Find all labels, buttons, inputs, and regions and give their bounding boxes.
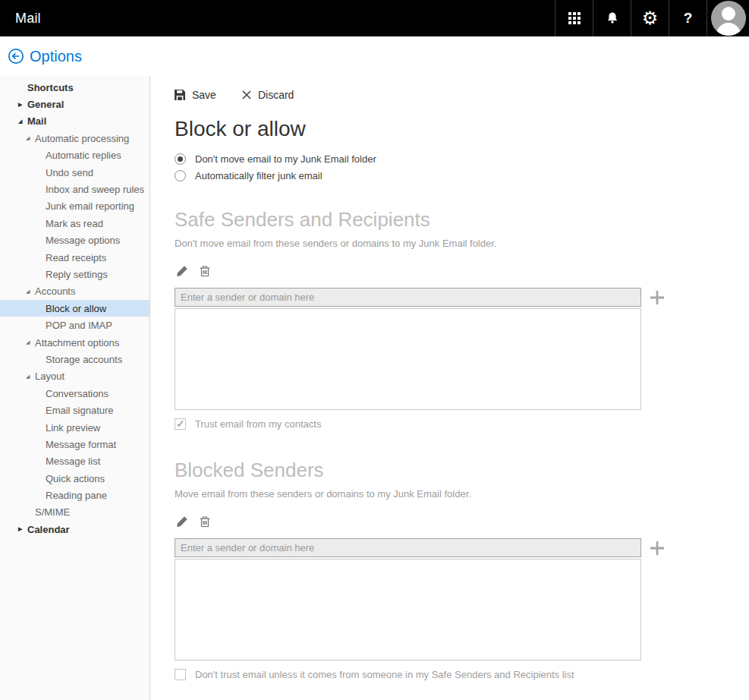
radio-button-icon[interactable] — [175, 170, 186, 181]
sidebar-item-label: S/MIME — [35, 506, 70, 518]
blocked-senders-list[interactable] — [175, 559, 641, 661]
discard-button[interactable]: Discard — [242, 89, 294, 101]
sidebar-item-label: Mark as read — [46, 218, 103, 229]
blocked-sender-input[interactable] — [175, 538, 641, 557]
sidebar-item-mail[interactable]: ◢Mail — [0, 113, 149, 130]
radio-option-0[interactable]: Don't move email to my Junk Email folder — [175, 150, 749, 167]
blocked-senders-title: Blocked Senders — [175, 459, 749, 482]
app-title: Mail — [15, 0, 555, 36]
sidebar-item-block-or-allow[interactable]: Block or allow — [0, 300, 149, 317]
sidebar-item-junk-email-reporting[interactable]: Junk email reporting — [0, 198, 149, 215]
avatar — [711, 1, 746, 36]
back-arrow-icon — [8, 48, 24, 65]
safe-senders-title: Safe Senders and Recipients — [175, 208, 749, 232]
edit-safe-sender-button[interactable] — [175, 264, 188, 278]
sidebar-item-storage-accounts[interactable]: Storage accounts — [0, 351, 149, 367]
sidebar-item-message-format[interactable]: Message format — [0, 436, 149, 452]
sidebar-item-label: Conversations — [46, 388, 109, 399]
junk-filter-radio-group: Don't move email to my Junk Email folder… — [175, 150, 749, 184]
sidebar-item-label: Undo send — [46, 167, 93, 178]
back-button[interactable] — [8, 48, 24, 65]
expanded-triangle-icon[interactable]: ◢ — [26, 339, 30, 345]
sidebar-tree: Shortcuts▶General◢Mail◢Automatic process… — [0, 79, 149, 538]
sidebar-item-accounts[interactable]: ◢Accounts — [0, 283, 149, 300]
sidebar-item-label: Inbox and sweep rules — [46, 184, 144, 195]
safe-sender-input[interactable] — [175, 288, 641, 307]
sidebar-item-label: Message options — [46, 235, 120, 246]
collapsed-triangle-icon[interactable]: ▶ — [18, 102, 22, 108]
add-blocked-sender-button[interactable] — [650, 541, 665, 556]
sidebar-item-label: Reading pane — [46, 490, 107, 501]
trash-icon — [199, 265, 211, 277]
sidebar-item-message-options[interactable]: Message options — [0, 232, 149, 249]
sidebar-item-reply-settings[interactable]: Reply settings — [0, 266, 149, 282]
sidebar-item-automatic-processing[interactable]: ◢Automatic processing — [0, 130, 149, 147]
sidebar-item-read-receipts[interactable]: Read receipts — [0, 249, 149, 266]
sidebar-item-mark-as-read[interactable]: Mark as read — [0, 215, 149, 232]
app-launcher-grid-icon — [568, 12, 581, 24]
sidebar-item-label: Message format — [46, 439, 116, 450]
sidebar-item-reading-pane[interactable]: Reading pane — [0, 487, 149, 503]
trust-contacts-label: Trust email from my contacts — [195, 418, 321, 430]
help-icon: ? — [684, 10, 693, 27]
sidebar-item-label: Storage accounts — [46, 354, 122, 365]
settings-button[interactable]: ⚙ — [631, 0, 669, 36]
dont-trust-checkbox[interactable] — [175, 669, 186, 680]
sidebar-item-inbox-and-sweep-rules[interactable]: Inbox and sweep rules — [0, 181, 149, 197]
radio-button-icon[interactable] — [175, 153, 186, 165]
safe-senders-list[interactable] — [175, 308, 641, 410]
expanded-triangle-icon[interactable]: ◢ — [26, 289, 30, 295]
sidebar-item-message-list[interactable]: Message list — [0, 453, 149, 470]
radio-option-label: Automatically filter junk email — [195, 170, 323, 181]
pencil-icon — [175, 516, 188, 528]
sidebar-item-link-preview[interactable]: Link preview — [0, 419, 149, 436]
discard-x-icon — [242, 90, 251, 99]
sidebar-item-quick-actions[interactable]: Quick actions — [0, 470, 149, 487]
expanded-triangle-icon[interactable]: ◢ — [26, 374, 30, 380]
sidebar-item-general[interactable]: ▶General — [0, 96, 149, 112]
save-button[interactable]: Save — [175, 89, 216, 101]
safe-senders-section: Safe Senders and Recipients Don't move e… — [175, 208, 749, 430]
collapsed-triangle-icon[interactable]: ▶ — [18, 526, 22, 532]
sidebar-item-layout[interactable]: ◢Layout — [0, 368, 149, 385]
command-bar: Save Discard — [175, 87, 749, 103]
expanded-triangle-icon[interactable]: ◢ — [18, 118, 22, 125]
radio-option-1[interactable]: Automatically filter junk email — [175, 167, 749, 184]
options-sidebar: Shortcuts▶General◢Mail◢Automatic process… — [0, 76, 150, 700]
plus-icon — [650, 290, 665, 305]
add-safe-sender-button[interactable] — [650, 290, 665, 305]
sidebar-item-calendar[interactable]: ▶Calendar — [0, 521, 149, 538]
account-button[interactable] — [707, 0, 749, 36]
trash-icon — [199, 516, 211, 528]
sidebar-item-label: Attachment options — [35, 337, 119, 348]
options-title[interactable]: Options — [30, 48, 82, 65]
delete-safe-sender-button[interactable] — [198, 264, 212, 278]
sidebar-item-attachment-options[interactable]: ◢Attachment options — [0, 334, 149, 351]
safe-senders-description: Don't move email from these senders or d… — [175, 238, 749, 249]
sidebar-item-pop-and-imap[interactable]: POP and IMAP — [0, 317, 149, 333]
plus-icon — [650, 541, 665, 556]
trust-contacts-checkbox-row[interactable]: Trust email from my contacts — [175, 418, 749, 430]
sidebar-item-label: Quick actions — [46, 473, 105, 484]
trust-contacts-checkbox[interactable] — [175, 418, 186, 430]
sidebar-item-label: Automatic processing — [35, 133, 129, 144]
block-or-allow-pane: Save Discard Block or allow Don't move e… — [150, 76, 749, 700]
top-app-bar: Mail ⚙ ? — [0, 0, 749, 36]
sidebar-item-undo-send[interactable]: Undo send — [0, 164, 149, 181]
delete-blocked-sender-button[interactable] — [198, 515, 212, 528]
blocked-senders-description: Move email from these senders or domains… — [175, 488, 749, 500]
sidebar-item-label: Calendar — [27, 524, 70, 535]
sidebar-item-conversations[interactable]: Conversations — [0, 385, 149, 402]
expanded-triangle-icon[interactable]: ◢ — [26, 135, 30, 141]
sidebar-item-s-mime[interactable]: S/MIME — [0, 504, 149, 521]
sidebar-item-shortcuts[interactable]: Shortcuts — [0, 79, 149, 96]
notifications-button[interactable] — [593, 0, 631, 36]
dont-trust-checkbox-row[interactable]: Don't trust email unless it comes from s… — [175, 669, 749, 680]
sidebar-item-email-signature[interactable]: Email signature — [0, 402, 149, 418]
sidebar-item-label: Link preview — [46, 422, 100, 434]
edit-blocked-sender-button[interactable] — [175, 515, 188, 528]
sidebar-item-label: POP and IMAP — [46, 320, 112, 331]
sidebar-item-automatic-replies[interactable]: Automatic replies — [0, 147, 149, 164]
help-button[interactable]: ? — [669, 0, 707, 36]
app-launcher-button[interactable] — [555, 0, 593, 36]
